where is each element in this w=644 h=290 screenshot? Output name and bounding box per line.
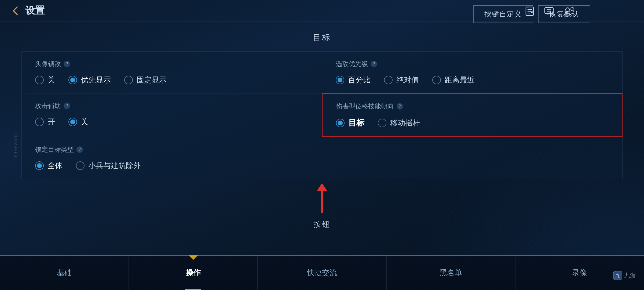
skill-direction-joystick-label: 移动摇杆 <box>390 118 420 128</box>
avatar-lock-off-label: 关 <box>47 75 55 85</box>
nav-quick-chat-label: 快捷交流 <box>307 268 337 278</box>
red-arrow <box>317 183 327 213</box>
arrow-annotation <box>21 179 623 214</box>
top-buttons: 按键自定义 恢复默认 <box>473 5 590 23</box>
attack-assist-options: 开 关 <box>35 117 308 127</box>
section-button-label: 按钮 <box>21 214 623 232</box>
enemy-priority-absolute[interactable]: 绝对值 <box>384 75 419 85</box>
enemy-priority-label: 选敌优先级 ? <box>336 60 609 68</box>
nav-basics-label: 基础 <box>57 268 72 278</box>
enemy-priority-panel: 选敌优先级 ? 百分比 绝对值 距离最近 <box>322 52 622 93</box>
skill-direction-options: 目标 移动摇杆 <box>336 117 608 128</box>
nav-blacklist-label: 黑名单 <box>440 268 462 278</box>
enemy-priority-percent[interactable]: 百分比 <box>336 75 371 85</box>
avatar-lock-panel: 头像锁敌 ? 关 优先显示 固定显示 <box>22 52 322 93</box>
avatar-lock-off[interactable]: 关 <box>35 75 55 85</box>
avatar-lock-priority-label: 优先显示 <box>81 75 111 85</box>
main-content: 目标 头像锁敌 ? 关 优先显示 固定显示 <box>0 21 644 255</box>
lock-target-type-panel: 锁定目标类型 ? 全体 小兵与建筑除外 <box>22 137 322 179</box>
lock-target-all-label: 全体 <box>47 161 63 171</box>
page-title: 设置 <box>25 4 45 17</box>
back-icon <box>11 6 20 16</box>
arrow-body <box>321 191 323 213</box>
restore-button[interactable]: 恢复默认 <box>538 5 590 23</box>
customize-button[interactable]: 按键自定义 <box>473 5 533 23</box>
enemy-priority-help[interactable]: ? <box>371 61 377 67</box>
attack-assist-help[interactable]: ? <box>64 103 70 109</box>
attack-assist-off-radio[interactable] <box>68 118 77 126</box>
attack-assist-on[interactable]: 开 <box>35 117 55 127</box>
logo-text: 九游 <box>624 271 636 280</box>
attack-assist-on-radio[interactable] <box>35 118 44 126</box>
avatar-lock-help[interactable]: ? <box>64 61 70 67</box>
lock-target-type-help[interactable]: ? <box>76 146 83 153</box>
attack-assist-label: 攻击辅助 ? <box>35 102 308 110</box>
enemy-priority-absolute-label: 绝对值 <box>396 75 419 85</box>
avatar-lock-label: 头像锁敌 ? <box>35 60 308 68</box>
nav-item-operation[interactable]: 操作 <box>129 256 258 290</box>
enemy-priority-nearest[interactable]: 距离最近 <box>432 75 475 85</box>
back-button[interactable]: 设置 <box>11 4 45 17</box>
bottom-nav: 基础 操作 快捷交流 黑名单 录像 <box>0 255 644 290</box>
lock-target-type-options: 全体 小兵与建筑除外 <box>35 161 308 171</box>
avatar-lock-off-radio[interactable] <box>35 76 44 84</box>
lock-target-all-radio[interactable] <box>35 161 44 170</box>
logo-icon: 九 <box>613 271 623 280</box>
nav-recording-label: 录像 <box>572 268 587 278</box>
lock-target-no-minion-label: 小兵与建筑除外 <box>88 161 141 171</box>
skill-direction-label: 伤害型位移技能朝向 ? <box>336 102 608 111</box>
nav-item-basics[interactable]: 基础 <box>0 256 129 290</box>
enemy-priority-absolute-radio[interactable] <box>384 76 393 84</box>
enemy-priority-nearest-label: 距离最近 <box>445 75 475 85</box>
arrow-head <box>317 183 327 191</box>
svg-text:九: 九 <box>615 273 620 278</box>
avatar-lock-priority-radio[interactable] <box>68 76 77 84</box>
right-empty-panel <box>322 137 622 179</box>
nav-operation-label: 操作 <box>186 268 201 278</box>
avatar-lock-options: 关 优先显示 固定显示 <box>35 75 308 85</box>
attack-assist-on-label: 开 <box>47 117 55 127</box>
section-target-header: 目标 <box>21 32 623 43</box>
skill-direction-joystick[interactable]: 移动摇杆 <box>378 118 420 128</box>
nav-active-indicator <box>188 255 198 260</box>
skill-direction-joystick-radio[interactable] <box>378 119 386 127</box>
skill-direction-help[interactable]: ? <box>397 103 403 110</box>
enemy-priority-options: 百分比 绝对值 距离最近 <box>336 75 609 85</box>
avatar-lock-priority[interactable]: 优先显示 <box>68 75 111 85</box>
lock-target-no-minion[interactable]: 小兵与建筑除外 <box>76 161 141 171</box>
avatar-lock-fixed-label: 固定显示 <box>137 75 167 85</box>
skill-direction-panel: 伤害型位移技能朝向 ? 目标 移动摇杆 <box>322 93 623 137</box>
lock-target-no-minion-radio[interactable] <box>76 161 85 170</box>
nav-item-blacklist[interactable]: 黑名单 <box>387 256 515 290</box>
enemy-priority-nearest-radio[interactable] <box>432 76 441 84</box>
enemy-priority-percent-label: 百分比 <box>348 75 371 85</box>
bottom-logo: 九 九游 <box>613 271 636 280</box>
skill-direction-target-label: 目标 <box>348 117 364 128</box>
avatar-lock-fixed-radio[interactable] <box>124 76 133 84</box>
lock-target-type-label: 锁定目标类型 ? <box>35 145 308 154</box>
skill-direction-target[interactable]: 目标 <box>336 117 364 128</box>
attack-assist-off[interactable]: 关 <box>68 117 88 127</box>
attack-assist-panel: 攻击辅助 ? 开 关 <box>22 93 322 137</box>
enemy-priority-percent-radio[interactable] <box>336 76 344 84</box>
nav-item-quick-chat[interactable]: 快捷交流 <box>258 256 386 290</box>
attack-assist-off-label: 关 <box>81 117 88 127</box>
skill-direction-target-radio[interactable] <box>336 119 345 127</box>
avatar-lock-fixed[interactable]: 固定显示 <box>124 75 167 85</box>
lock-target-all[interactable]: 全体 <box>35 161 63 171</box>
